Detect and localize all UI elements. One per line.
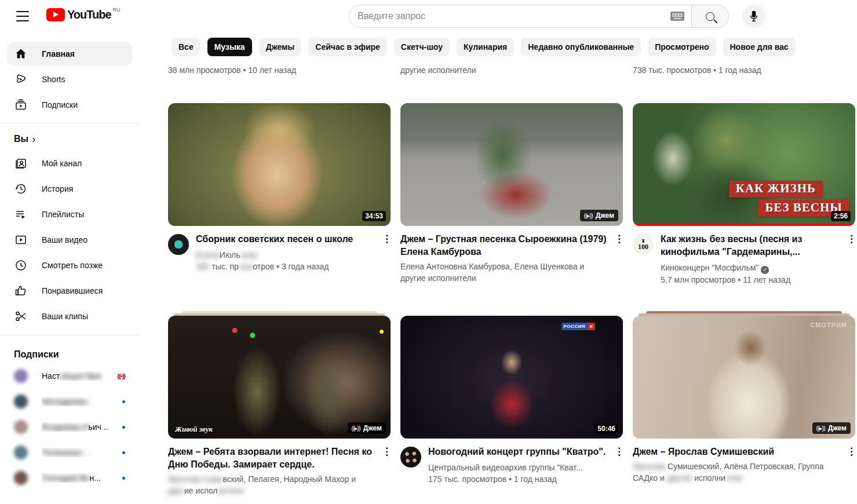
search-button[interactable] <box>691 5 728 27</box>
chip-jams[interactable]: Джемы <box>259 38 302 56</box>
video-thumbnail[interactable]: КАК ЖИЗНЬ БЕЗ ВЕСНЫ 2:56 <box>633 103 855 226</box>
youtube-logo[interactable]: YouTube RU <box>46 8 121 21</box>
search-icon <box>706 12 714 21</box>
sidebar-item-label: Мой канал <box>42 159 82 168</box>
sidebar: Главная Shorts Подписки Вы › <box>0 32 139 504</box>
sidebar-item-your-clips[interactable]: Ваши клипы <box>7 305 132 328</box>
channel-avatar-vinyl[interactable] <box>168 234 189 255</box>
youtube-play-icon <box>46 8 65 21</box>
sidebar-item-label: Плейлисты <box>42 210 84 219</box>
channel-name: Телеканал... <box>42 448 108 457</box>
mosfilm-100-label: 100 <box>638 244 648 250</box>
playlists-icon <box>14 207 28 221</box>
jam-icon: ((▸)) <box>816 425 825 432</box>
chip-new-for-you[interactable]: Новое для вас <box>723 38 796 56</box>
channel-name: Настоящее Вре... <box>42 371 103 381</box>
video-byline[interactable]: Елена Антоновна Камбурова, Елена Шуенков… <box>400 261 609 284</box>
sidebar-item-label: Подписки <box>42 100 78 109</box>
sidebar-item-shorts[interactable]: Shorts <box>7 68 132 91</box>
subscription-channel[interactable]: Геннадий Вен... <box>7 466 132 490</box>
kebab-menu-icon[interactable]: ⋮ <box>847 234 856 244</box>
channel-name: Мелодрамы... <box>42 397 108 406</box>
video-title[interactable]: Джем – Ярослав Сумишевский <box>633 445 841 458</box>
kebab-menu-icon[interactable]: ⋮ <box>614 447 624 457</box>
clipped-previous-row: 38 млн просмотров • 10 лет назад другие … <box>168 65 855 75</box>
verified-icon: ✓ <box>761 266 769 274</box>
chevron-right-icon: › <box>32 134 35 144</box>
channel-avatar <box>14 471 28 485</box>
video-thumbnail[interactable]: РОССИЯК 50:46 <box>400 316 623 439</box>
keyboard-icon[interactable] <box>670 12 684 21</box>
subscriptions-header: Подписки <box>0 342 139 364</box>
search-bar <box>349 5 729 28</box>
video-title[interactable]: Джем – Ребята взорвали интернет! Песня к… <box>168 445 377 471</box>
kebab-menu-icon[interactable]: ⋮ <box>614 234 624 244</box>
chip-cooking[interactable]: Кулинария <box>457 38 514 56</box>
video-channel[interactable]: ЕленаИюльская <box>196 249 377 261</box>
history-icon <box>14 182 28 196</box>
sidebar-item-my-channel[interactable]: Мой канал <box>7 152 132 175</box>
sidebar-item-subscriptions[interactable]: Подписки <box>7 93 132 116</box>
sidebar-item-history[interactable]: История <box>7 177 132 200</box>
channel-avatar-kvatro[interactable] <box>400 447 421 468</box>
sidebar-item-liked-videos[interactable]: Понравившиеся <box>7 279 132 302</box>
channel-avatar <box>14 369 28 383</box>
chip-music[interactable]: Музыка <box>207 38 252 56</box>
subscription-channel[interactable]: Владимир Иьич ... <box>7 415 132 439</box>
subscription-channel[interactable]: Телеканал... <box>7 441 132 464</box>
live-icon: ((•)) <box>117 372 125 379</box>
video-thumbnail[interactable]: ((▸))Джем <box>400 103 623 226</box>
video-title[interactable]: Джем – Грустная песенка Сыроежкина (1979… <box>400 233 609 258</box>
video-channel[interactable]: Центральный видеоархив группы "Кват... <box>428 462 609 473</box>
channel-avatar <box>14 395 28 408</box>
logo-country-code: RU <box>113 7 121 13</box>
thumbnail-banner-text: КАК ЖИЗНЬ <box>729 181 823 198</box>
chip-sketch[interactable]: Скетч-шоу <box>394 38 450 56</box>
video-title[interactable]: Как жизнь без весны (песня из кинофильма… <box>661 233 841 258</box>
sidebar-item-home[interactable]: Главная <box>7 42 132 65</box>
video-card: 34:53 Сборник советских песен о школе Ел… <box>168 98 391 295</box>
channel-avatar <box>14 420 28 434</box>
video-card: Живой звук ((▸))Джем Джем – Ребята взорв… <box>168 311 391 496</box>
video-thumbnail[interactable]: Живой звук ((▸))Джем <box>168 316 391 439</box>
video-byline: другие исполнители <box>400 65 623 75</box>
jam-badge: ((▸))Джем <box>580 210 618 221</box>
channel-avatar-mosfilm[interactable]: ♜ 100 <box>633 234 654 255</box>
chip-live[interactable]: Сейчас в эфире <box>308 38 387 56</box>
video-byline[interactable]: Ярослав Сумивский, Пелагея, Народный Мах… <box>168 473 377 496</box>
sidebar-item-label: История <box>42 184 73 193</box>
jam-icon: ((▸)) <box>352 425 360 432</box>
video-thumbnail[interactable]: 34:53 <box>168 103 391 226</box>
kebab-menu-icon[interactable]: ⋮ <box>382 234 392 244</box>
search-input[interactable] <box>349 5 670 27</box>
unread-dot <box>122 426 125 429</box>
sidebar-item-your-videos[interactable]: Ваши видео <box>7 228 132 251</box>
video-card: ((▸))Джем Джем – Грустная песенка Сыроеж… <box>400 98 623 295</box>
video-channel[interactable]: Киноконцерн "Мосфильм"✓ <box>661 262 841 274</box>
duration-badge: 34:53 <box>362 211 386 221</box>
voice-search-button[interactable] <box>742 5 765 28</box>
microphone-icon <box>747 9 761 23</box>
video-title[interactable]: Новогодний концерт группы "Кватро". <box>428 445 609 458</box>
subscription-channel[interactable]: Мелодрамы... <box>7 390 132 413</box>
sidebar-item-label: Смотреть позже <box>42 261 103 270</box>
sidebar-item-label: Главная <box>42 49 75 59</box>
video-title[interactable]: Сборник советских песен о школе <box>196 233 377 246</box>
video-thumbnail[interactable]: СМОТРИМ ((▸))Джем <box>633 316 855 439</box>
kebab-menu-icon[interactable]: ⋮ <box>382 447 392 457</box>
sidebar-you-header[interactable]: Вы › <box>0 131 139 147</box>
sidebar-item-playlists[interactable]: Плейлисты <box>7 203 132 226</box>
hamburger-menu-icon[interactable] <box>14 9 31 23</box>
kebab-menu-icon[interactable]: ⋮ <box>847 447 856 457</box>
chip-all[interactable]: Все <box>172 38 200 56</box>
chip-watched[interactable]: Просмотрено <box>648 38 716 56</box>
video-byline[interactable]: Ярослав Сумишевский, Алёна Петровская, Г… <box>633 461 841 484</box>
chip-recent[interactable]: Недавно опубликованные <box>521 38 641 56</box>
sidebar-item-watch-later[interactable]: Смотреть позже <box>7 254 132 277</box>
video-views: 395 тыс. просмотров • 3 года назад <box>196 261 377 272</box>
video-card: РОССИЯК 50:46 Новогодний концерт группы … <box>400 311 623 496</box>
duration-badge: 50:46 <box>595 423 618 434</box>
subscription-channel[interactable]: Настоящее Вре... ((•)) <box>7 364 132 388</box>
thumbnail-watermark: Живой звук <box>175 425 213 434</box>
video-views: 5,7 млн просмотров • 11 лет назад <box>661 274 841 286</box>
